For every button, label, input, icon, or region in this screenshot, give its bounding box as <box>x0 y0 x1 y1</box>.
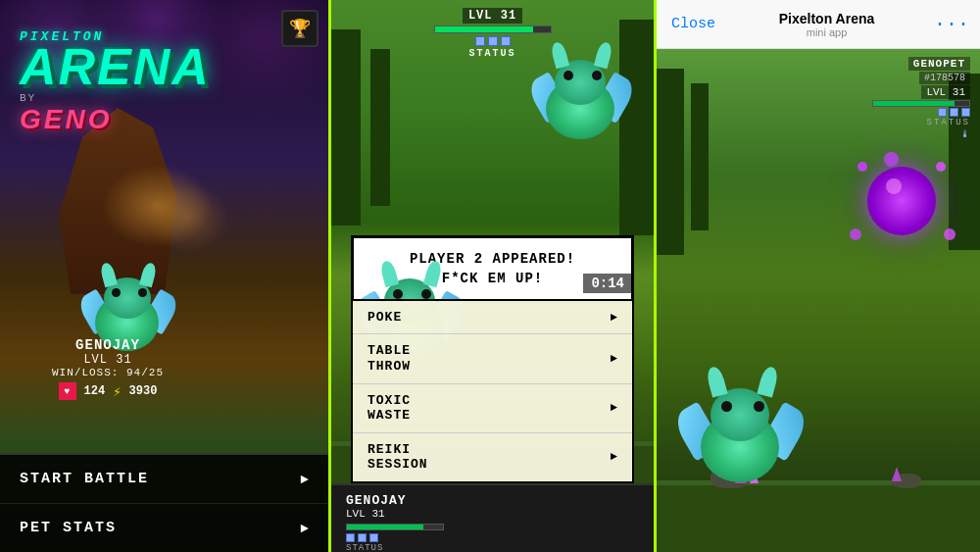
player-dot-3 <box>369 533 378 542</box>
enemy-glow <box>886 178 902 194</box>
title-arena: ARENA <box>20 44 270 90</box>
enemy-status-label: STATUS <box>468 48 515 59</box>
action-toxic-waste[interactable]: TOXIC WASTE ► <box>353 384 632 433</box>
bg-tree-3 <box>370 49 390 206</box>
player-eye-right <box>421 289 431 299</box>
player-dots-row <box>346 533 639 542</box>
ios-bg-tree-2 <box>691 83 709 230</box>
player-hp-fill <box>347 525 423 529</box>
ios-title-block: Pixelton Arena mini app <box>779 11 875 38</box>
enemy-level: LVL 31 <box>463 8 522 24</box>
trophy-button[interactable]: 🏆 <box>281 10 318 47</box>
action-poke-arrow: ► <box>611 311 617 325</box>
title-area: PIXELTON ARENA BY GENO <box>20 29 270 135</box>
ios-bg-tree-1 <box>657 69 684 255</box>
action-reiki-session[interactable]: REIKI SESSION ► <box>353 433 632 481</box>
ios-hp-bar <box>872 100 970 107</box>
ios-app-subtitle: mini app <box>779 26 875 38</box>
ios-genopet-label: GENOPET <box>908 57 970 71</box>
ios-enemy-body <box>867 167 936 235</box>
start-battle-arrow: ► <box>301 472 309 487</box>
start-battle-label: START BATTLE <box>20 471 149 487</box>
ios-player-sprite <box>676 380 804 498</box>
eye-right <box>138 288 147 297</box>
action-table-throw[interactable]: TABLE THROW ► <box>353 334 632 383</box>
action-toxic-waste-label: TOXIC WASTE <box>368 393 411 424</box>
action-reiki-session-label: REIKI SESSION <box>368 442 428 473</box>
ios-player-head <box>710 388 769 441</box>
battle-dialog-line1: PLAYER 2 APPEARED! <box>368 250 616 270</box>
player-level-bottom: LVL 31 <box>346 508 639 520</box>
ios-enemy-sprite <box>853 157 951 250</box>
ios-dot-1 <box>938 108 947 117</box>
title-geno: GENO <box>20 104 270 135</box>
pet-name: GENOJAY <box>20 337 196 353</box>
enemy-hp-bar <box>434 25 552 33</box>
enemy-eye-right <box>592 71 602 80</box>
dot-1 <box>475 36 485 46</box>
ios-game-content: GENOPET #178578 LVL 31 STATUS 🌡 <box>657 49 980 552</box>
ios-close-button[interactable]: Close <box>671 16 715 32</box>
ios-player-eye-left <box>721 401 732 412</box>
energy-count: 3930 <box>129 384 158 398</box>
ios-hud: GENOPET #178578 LVL 31 STATUS 🌡 <box>872 57 970 140</box>
ios-hp-fill <box>873 101 955 106</box>
player-hp-bar <box>346 524 444 530</box>
enemy-hud: LVL 31 STATUS <box>424 8 562 59</box>
action-reiki-session-arrow: ► <box>611 450 617 464</box>
action-table-throw-label: TABLE THROW <box>368 343 411 374</box>
enemy-hp-fill <box>435 26 533 32</box>
menu-item-start-battle[interactable]: START BATTLE ► <box>0 455 328 504</box>
ios-header: Close Pixelton Arena mini app ··· <box>657 0 980 49</box>
panel-middle: LVL 31 STATUS PLAYER 2 APPEARED! F*CK EM… <box>328 0 657 552</box>
ios-dots-row <box>938 108 970 117</box>
pet-stats-row: ♥ 124 ⚡ 3930 <box>20 382 196 400</box>
pet-winloss: WIN/LOSS: 94/25 <box>20 367 196 378</box>
menu-item-pet-stats[interactable]: PET STATS ► <box>0 504 328 552</box>
dot-3 <box>501 36 511 46</box>
heart-icon: ♥ <box>59 382 76 400</box>
heart-count: 124 <box>84 384 106 398</box>
ios-pet-id: #178578 <box>919 72 970 84</box>
bolt-icon: ⚡ <box>113 383 121 400</box>
dot-2 <box>488 36 498 46</box>
player-name-bottom: GENOJAY <box>346 493 639 508</box>
ios-player-eye-right <box>754 401 764 412</box>
pet-info: GENOJAY LVL 31 WIN/LOSS: 94/25 ♥ 124 ⚡ 3… <box>20 337 196 400</box>
bg-tree-1 <box>331 29 361 226</box>
pet-level: LVL 31 <box>20 353 196 367</box>
ios-level-label: LVL 31 <box>921 85 970 99</box>
action-poke[interactable]: POKE ► <box>353 301 632 335</box>
enemy-spike-tr <box>936 162 946 172</box>
player-bottom-info: GENOJAY LVL 31 STATUS <box>331 483 654 552</box>
action-poke-label: POKE <box>368 310 402 326</box>
enemy-eye-left <box>564 71 573 80</box>
ios-app-title: Pixelton Arena <box>779 11 875 26</box>
ios-thermometer-icon: 🌡 <box>960 128 970 140</box>
action-table-throw-arrow: ► <box>611 352 617 366</box>
ios-status-label: STATUS <box>927 118 970 127</box>
pet-stats-label: PET STATS <box>20 520 117 536</box>
action-toxic-waste-arrow: ► <box>611 401 617 415</box>
enemy-spike-br <box>944 228 956 240</box>
battle-timer: 0:14 <box>583 274 632 293</box>
enemy-sprite <box>526 54 634 152</box>
main-menu: START BATTLE ► PET STATS ► <box>0 453 328 552</box>
panel-left: 🏆 PIXELTON ARENA BY GENO GENOJAY LVL 31 … <box>0 0 328 552</box>
enemy-spike-tl <box>858 162 867 172</box>
trophy-icon: 🏆 <box>289 18 311 39</box>
player-eye-left <box>393 289 403 299</box>
action-menu: 0:14 POKE ► TABLE THROW ► TOXIC WASTE ► … <box>351 299 634 483</box>
player-dot-2 <box>358 533 367 542</box>
player-status-label: STATUS <box>346 543 639 552</box>
enemy-spike-t <box>884 152 899 167</box>
enemy-dots-row <box>475 36 511 46</box>
panel-right: Close Pixelton Arena mini app ··· GENOPE… <box>657 0 980 552</box>
player-dot-1 <box>346 533 355 542</box>
pet-stats-arrow: ► <box>301 521 309 536</box>
enemy-spike-bl <box>850 228 861 240</box>
ios-dot-3 <box>961 108 970 117</box>
ios-more-button[interactable]: ··· <box>938 11 965 38</box>
eye-left <box>112 288 121 297</box>
smoke-effect <box>78 147 235 265</box>
